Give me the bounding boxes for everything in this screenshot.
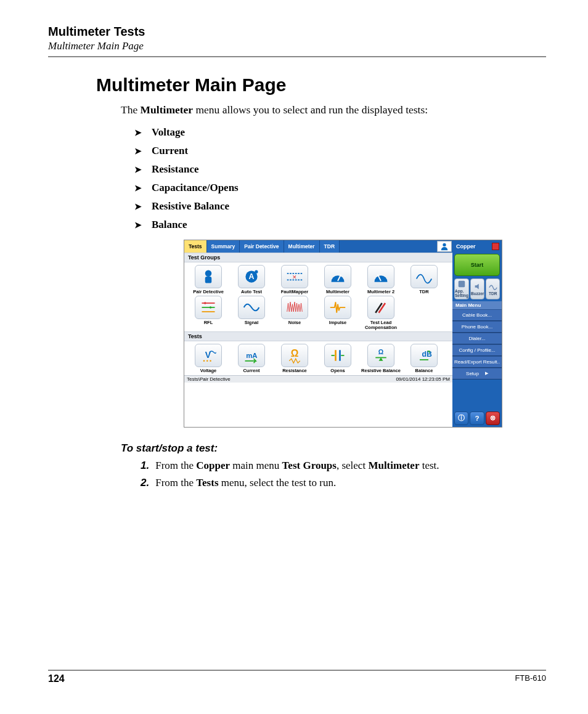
tab-multimeter[interactable]: Multimeter	[284, 240, 320, 253]
status-bar: Tests\Pair Detective 09/01/2014 12:23:05…	[184, 375, 452, 383]
svg-text:mA: mA	[246, 352, 257, 359]
svg-point-15	[210, 306, 212, 309]
embedded-screenshot: Tests Summary Pair Detective Multimeter …	[184, 240, 502, 428]
chevron-right-icon: ▶	[485, 371, 488, 376]
bullet-voltage: Voltage	[134, 126, 546, 139]
nav-close-button[interactable]: ⊗	[486, 412, 500, 425]
menu-phone-book[interactable]: Phone Book...	[452, 321, 502, 333]
tab-bar: Tests Summary Pair Detective Multimeter …	[184, 240, 452, 253]
intro-post: menu allows you to select and run the di…	[193, 103, 428, 116]
step-2-number: 2.	[141, 477, 149, 489]
start-button[interactable]: Start	[454, 254, 500, 276]
menu-cable-book[interactable]: Cable Book...	[452, 309, 502, 321]
test-groups-grid: Pair Detective AAuto Test ✕FaultMapper M…	[184, 262, 452, 332]
util-buzzer[interactable]: Buzzer	[470, 278, 484, 299]
nav-help-button[interactable]: ?	[470, 412, 484, 425]
test-current[interactable]: mACurrent	[230, 344, 273, 373]
menu-setup[interactable]: Setup ▶	[452, 368, 502, 379]
test-balance[interactable]: dBBalance	[402, 344, 446, 373]
svg-point-5	[255, 270, 258, 273]
tests-label: Tests	[184, 331, 452, 341]
svg-text:Ω: Ω	[291, 348, 299, 359]
steps-list: 1.From the Copper main menu Test Groups,…	[141, 460, 546, 489]
test-resistance[interactable]: ΩResistance	[273, 344, 316, 373]
section-title: Multimeter Main Page	[96, 75, 546, 95]
svg-text:✕: ✕	[292, 274, 297, 280]
page-footer: 124 FTB-610	[48, 670, 546, 684]
main-menu-label: Main Menu	[452, 301, 502, 309]
intro-paragraph: The Multimeter menu allows you to select…	[121, 103, 546, 118]
util-app-setting[interactable]: App. Setting	[454, 278, 469, 299]
group-multimeter-2[interactable]: Multimeter 2	[359, 265, 402, 294]
svg-rect-30	[459, 281, 465, 288]
test-bullet-list: Voltage Current Resistance Capacitance/O…	[134, 126, 546, 231]
bullet-balance: Balance	[134, 219, 546, 231]
svg-rect-2	[205, 277, 212, 283]
group-test-lead-comp[interactable]: Test Lead Compensation	[359, 296, 402, 331]
test-opens[interactable]: Opens	[316, 344, 359, 373]
bullet-resistive-balance: Resistive Balance	[134, 200, 546, 213]
step-2: 2.From the Tests menu, select the test t…	[141, 477, 546, 489]
group-signal[interactable]: Signal	[230, 296, 273, 331]
menu-setup-label: Setup	[466, 371, 479, 376]
group-tdr[interactable]: TDR	[402, 265, 446, 294]
util-tdr[interactable]: TDR	[486, 278, 500, 299]
tab-help-icon[interactable]	[437, 241, 452, 252]
bullet-current: Current	[134, 145, 546, 157]
running-header: Multimeter Tests Multimeter Main Page	[48, 25, 546, 57]
screenshot-sidebar: Copper Start App. Setting Buzzer TDR Mai…	[452, 240, 502, 427]
instructions-heading: To start/stop a test:	[121, 442, 546, 455]
group-auto-test[interactable]: AAuto Test	[230, 265, 273, 294]
group-noise[interactable]: Noise	[273, 296, 316, 331]
bullet-capacitance-opens: Capacitance/Opens	[134, 182, 546, 194]
intro-bold: Multimeter	[141, 103, 194, 116]
tab-tests[interactable]: Tests	[184, 240, 207, 253]
utility-row: App. Setting Buzzer TDR	[454, 278, 500, 299]
tab-spacer	[340, 240, 436, 253]
nav-info-button[interactable]: ⓘ	[454, 412, 468, 425]
svg-point-17	[203, 360, 205, 362]
group-impulse[interactable]: Impulse	[316, 296, 359, 331]
test-voltage[interactable]: VVoltage	[187, 344, 230, 373]
svg-text:dB: dB	[422, 350, 432, 359]
tests-grid: VVoltage mACurrent ΩResistance Opens ΩRe…	[184, 341, 452, 375]
group-multimeter[interactable]: Multimeter	[316, 265, 359, 294]
group-rfl[interactable]: RFL	[187, 296, 230, 331]
header-rule	[48, 56, 546, 57]
header-subtitle: Multimeter Main Page	[48, 40, 546, 52]
status-path: Tests\Pair Detective	[187, 376, 231, 382]
test-groups-label: Test Groups	[184, 253, 452, 262]
svg-point-18	[206, 360, 208, 362]
nav-row: ⓘ ? ⊗	[454, 412, 500, 425]
step-1: 1.From the Copper main menu Test Groups,…	[141, 460, 546, 472]
menu-read-export[interactable]: Read/Export Result..	[452, 356, 502, 368]
sidebar-title: Copper	[452, 240, 502, 253]
tab-tdr[interactable]: TDR	[320, 240, 340, 253]
tab-summary[interactable]: Summary	[207, 240, 240, 253]
svg-point-0	[443, 243, 446, 246]
group-pair-detective[interactable]: Pair Detective	[187, 265, 230, 294]
model-number: FTB-610	[515, 673, 546, 684]
menu-dialer[interactable]: Dialer...	[452, 333, 502, 344]
svg-text:A: A	[249, 272, 255, 281]
svg-point-19	[210, 360, 211, 362]
test-resistive-balance[interactable]: ΩResistive Balance	[359, 344, 402, 373]
svg-text:Ω: Ω	[378, 349, 383, 356]
header-title: Multimeter Tests	[48, 25, 546, 39]
group-faultmapper[interactable]: ✕FaultMapper	[273, 265, 316, 294]
menu-config-profile[interactable]: Config / Profile...	[452, 344, 502, 356]
step-1-number: 1.	[141, 460, 149, 471]
page-number: 124	[48, 673, 65, 684]
intro-pre: The	[121, 103, 141, 116]
status-datetime: 09/01/2014 12:23:05 PM	[396, 376, 450, 382]
bullet-resistance: Resistance	[134, 163, 546, 176]
screenshot-main-panel: Tests Summary Pair Detective Multimeter …	[184, 240, 452, 427]
tab-pair-detective[interactable]: Pair Detective	[240, 240, 284, 253]
svg-point-1	[205, 270, 212, 277]
svg-point-14	[204, 302, 206, 304]
